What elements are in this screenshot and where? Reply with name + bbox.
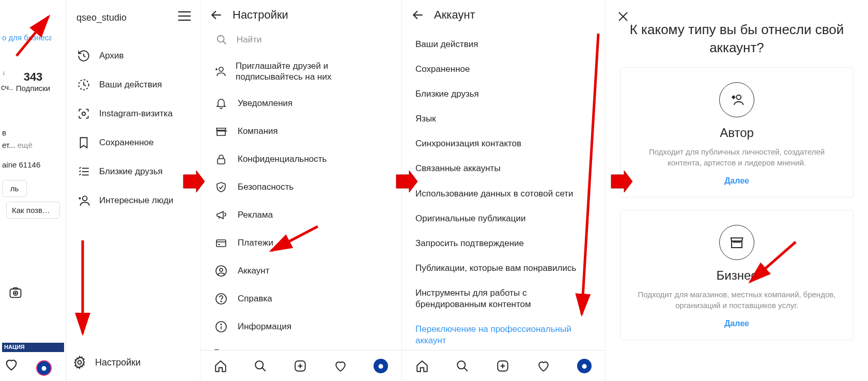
item-label: Справка	[238, 294, 272, 304]
account-item-cellular-data[interactable]: Использование данных в сотовой сети	[402, 181, 605, 206]
text-fragment: ет... ещё	[2, 141, 33, 149]
back-icon[interactable]	[411, 8, 425, 22]
next-button[interactable]: Далее	[631, 319, 843, 328]
account-item-saved[interactable]: Сохраненное	[402, 57, 605, 82]
subscriptions-count: 343	[7, 70, 59, 84]
lock-icon	[214, 152, 228, 166]
panel-settings: Настройки Найти Приглашайте друзей и под…	[200, 0, 402, 381]
side-menu: Архив Ваши действия Instagram-визитка Со…	[72, 41, 200, 215]
settings-item-account[interactable]: Аккаунт	[200, 257, 401, 285]
svg-line-17	[223, 41, 226, 44]
item-label: Приглашайте друзей и подписывайтесь на н…	[236, 60, 388, 83]
card-description: Подходит для магазинов, местных компаний…	[631, 289, 843, 311]
card-icon	[214, 236, 228, 250]
item-label: Платежи	[238, 238, 273, 248]
account-item-language[interactable]: Язык	[402, 106, 605, 131]
svg-rect-21	[218, 159, 225, 164]
menu-saved[interactable]: Сохраненное	[72, 128, 200, 157]
gear-icon	[72, 355, 87, 370]
location-fragment[interactable]: aine 61146	[2, 160, 40, 169]
history-icon	[76, 49, 91, 63]
account-item-request-verification[interactable]: Запросить подтверждение	[402, 231, 605, 256]
edit-profile-button-fragment[interactable]: ль	[2, 180, 27, 197]
menu-nametag[interactable]: Instagram-визитка	[72, 99, 200, 128]
back-icon[interactable]	[210, 8, 223, 22]
account-item-branded-content[interactable]: Инструменты для работы с брендированным …	[402, 281, 605, 317]
profile-avatar-icon[interactable]: ⬤	[36, 360, 52, 376]
menu-settings[interactable]: Настройки	[72, 355, 141, 370]
settings-item-about[interactable]: Информация	[200, 313, 401, 341]
account-item-liked-posts[interactable]: Публикации, которые вам понравились	[402, 256, 605, 281]
menu-archive[interactable]: Архив	[72, 41, 200, 70]
nametag-camera-icon[interactable]	[8, 285, 23, 300]
card-author[interactable]: Автор Подходит для публичных личностей, …	[620, 67, 854, 197]
switch-to-professional-link[interactable]: Переключение на профессиональный аккаунт	[402, 317, 605, 353]
search-icon[interactable]	[254, 359, 267, 373]
close-icon[interactable]	[617, 10, 629, 23]
add-post-icon[interactable]	[293, 359, 307, 373]
settings-item-ads[interactable]: Реклама	[200, 201, 401, 229]
next-button[interactable]: Далее	[631, 176, 843, 186]
menu-label: Instagram-визитка	[99, 109, 173, 119]
account-type-question: К какому типу вы бы отнесли свой аккаунт…	[606, 0, 868, 67]
account-title: Аккаунт	[434, 8, 475, 22]
add-post-icon[interactable]	[496, 359, 509, 373]
menu-discover-people[interactable]: Интересные люди	[72, 186, 200, 215]
adduser-icon	[76, 193, 91, 208]
subscriptions-stat[interactable]: 343 Подписки ↓ сч..	[7, 70, 59, 93]
panel-profile: о для бизнеса 343 Подписки ↓ сч.. в ет..…	[0, 0, 200, 381]
settings-item-help[interactable]: Справка	[200, 285, 401, 313]
svg-point-2	[15, 293, 16, 294]
panel-account-type: К какому типу вы бы отнесли свой аккаунт…	[606, 0, 868, 381]
search-placeholder: Найти	[237, 35, 262, 45]
account-item-activity[interactable]: Ваши действия	[402, 32, 605, 57]
settings-title: Настройки	[233, 8, 288, 22]
search-icon	[216, 34, 227, 45]
account-item-linked-accounts[interactable]: Связанные аккаунты	[402, 156, 605, 181]
nametag-icon	[76, 106, 91, 121]
activity-heart-icon[interactable]	[4, 357, 19, 372]
settings-item-business[interactable]: Компания	[200, 117, 401, 145]
shield-icon	[214, 180, 228, 194]
menu-your-activity[interactable]: Ваши действия	[72, 70, 200, 99]
menu-close-friends[interactable]: Близкие друзья	[72, 157, 200, 186]
svg-point-31	[221, 324, 222, 325]
settings-item-notifications[interactable]: Уведомления	[200, 89, 401, 117]
megaphone-icon	[214, 208, 228, 222]
home-icon[interactable]	[415, 359, 429, 373]
profile-avatar-icon[interactable]: ⬤	[374, 359, 388, 373]
svg-rect-22	[216, 240, 226, 247]
call-button[interactable]: Как позво…	[6, 202, 60, 219]
profile-left-strip: о для бизнеса 343 Подписки ↓ сч.. в ет..…	[0, 0, 66, 381]
search-field[interactable]: Найти	[200, 30, 401, 50]
text-fragment: в	[2, 128, 6, 137]
search-icon[interactable]	[456, 359, 469, 373]
story-thumbnail[interactable]: НАЦИЯ	[2, 343, 64, 352]
help-icon	[214, 292, 228, 306]
account-item-close-friends[interactable]: Близкие друзья	[402, 82, 605, 106]
card-title: Автор	[631, 126, 843, 140]
business-tools-link[interactable]: о для бизнеса	[0, 33, 52, 42]
hamburger-menu-icon[interactable]	[177, 10, 192, 22]
home-icon[interactable]	[214, 359, 227, 373]
account-item-contacts-sync[interactable]: Синхронизация контактов	[402, 131, 605, 156]
svg-point-45	[736, 95, 741, 100]
activity-heart-icon[interactable]	[537, 359, 550, 373]
card-business[interactable]: Бизнес Подходит для магазинов, местных к…	[620, 210, 854, 340]
activity-heart-icon[interactable]	[334, 359, 347, 373]
bookmark-icon	[76, 135, 91, 150]
shop-icon	[214, 124, 228, 139]
profile-avatar-icon[interactable]: ⬤	[577, 359, 592, 373]
account-item-original-posts[interactable]: Оригинальные публикации	[402, 206, 605, 231]
settings-item-invite[interactable]: Приглашайте друзей и подписывайтесь на н…	[200, 54, 401, 89]
item-label: Конфиденциальность	[238, 154, 327, 164]
settings-header: Настройки	[200, 0, 401, 30]
card-title: Бизнес	[631, 268, 843, 283]
settings-item-security[interactable]: Безопасность	[200, 173, 401, 201]
item-label: Реклама	[238, 210, 273, 220]
bottom-nav: ⬤	[200, 350, 401, 381]
account-header: Аккаунт	[402, 0, 605, 30]
settings-item-privacy[interactable]: Конфиденциальность	[200, 145, 401, 173]
list-icon	[76, 164, 91, 179]
settings-item-payments[interactable]: Платежи	[200, 229, 401, 257]
